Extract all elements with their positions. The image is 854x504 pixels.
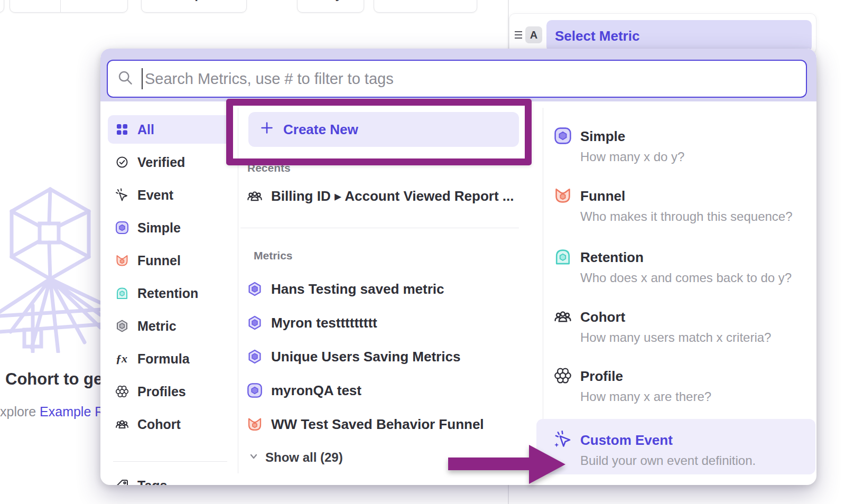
profiles-cluster-icon xyxy=(115,385,129,398)
range-12m-label: 12M xyxy=(23,0,48,2)
chevron-down-icon xyxy=(105,0,113,2)
metric-list-item[interactable]: Hans Testing saved metric xyxy=(247,281,444,297)
verified-badge-icon xyxy=(115,155,129,169)
sidebar-item-label: Profiles xyxy=(137,384,186,399)
retention-icon xyxy=(554,248,572,266)
retention-icon xyxy=(115,286,129,300)
simple-metric-icon xyxy=(247,382,263,398)
cohort-people-icon xyxy=(247,188,263,204)
sidebar-item-verified[interactable]: Verified xyxy=(108,148,233,176)
sidebar-item-label: Metric xyxy=(137,319,177,334)
sidebar-item-all[interactable]: All xyxy=(108,115,233,144)
svg-text:ƒx: ƒx xyxy=(116,352,127,365)
toolbar-button-fragment[interactable] xyxy=(0,0,4,13)
metric-list-item[interactable]: myronQA test xyxy=(247,382,361,399)
saved-metric-hexagon-icon xyxy=(247,349,263,365)
select-metric-button[interactable]: Select Metric xyxy=(546,20,812,52)
event-cursor-icon xyxy=(115,188,129,202)
show-all-button[interactable]: Show all (29) xyxy=(248,449,343,466)
metric-item-label: WW Test Saved Behavior Funnel xyxy=(271,416,484,433)
search-box[interactable] xyxy=(107,60,807,98)
sidebar-item-label: All xyxy=(137,122,154,137)
recents-metrics-divider xyxy=(240,228,519,228)
metric-list-item[interactable]: Unique Users Saving Metrics xyxy=(247,348,460,365)
chart-type-line-button[interactable]: Line xyxy=(374,0,477,13)
text-cursor xyxy=(142,68,143,89)
metric-type-title: Cohort xyxy=(580,307,771,326)
recents-section-label: Recents xyxy=(247,162,291,174)
metric-item-label: myronQA test xyxy=(271,382,361,399)
metric-list-item[interactable]: Myron testtttttttt xyxy=(247,314,377,331)
sidebar-item-event[interactable]: Event xyxy=(108,181,233,209)
create-new-label: Create New xyxy=(283,122,358,138)
metric-type-desc: Build your own event definition. xyxy=(580,453,756,469)
metric-type-title: Funnel xyxy=(580,186,793,206)
simple-metric-icon xyxy=(115,221,129,235)
background-illustration xyxy=(0,173,100,353)
sidebar-item-metric[interactable]: Metric xyxy=(108,312,233,340)
line-chart-icon xyxy=(401,0,416,4)
sidebar-item-formula[interactable]: ƒx Formula xyxy=(108,344,233,373)
search-icon xyxy=(117,70,133,88)
range-ytd-label: YTD xyxy=(75,0,100,2)
metric-type-funnel[interactable]: Funnel Who makes it through this sequenc… xyxy=(536,186,815,225)
sidebar-item-label: Event xyxy=(137,188,173,203)
compare-label: Compare xyxy=(166,0,221,2)
metric-type-title: Custom Event xyxy=(580,431,756,450)
sidebar-item-simple[interactable]: Simple xyxy=(108,213,233,242)
interval-day-label: Day xyxy=(319,0,342,2)
custom-event-icon xyxy=(554,431,572,449)
series-a-badge: A xyxy=(525,26,542,43)
explore-text: xplore xyxy=(0,404,40,419)
metric-type-cohort[interactable]: Cohort How many users match x criteria? xyxy=(536,307,815,346)
create-new-button[interactable]: Create New xyxy=(248,112,519,147)
sidebar-item-retention[interactable]: Retention xyxy=(108,279,233,307)
example-reports-link[interactable]: Example Re xyxy=(40,404,102,419)
cohort-people-icon xyxy=(554,307,572,325)
metric-list-item[interactable]: WW Test Saved Behavior Funnel xyxy=(247,416,484,433)
sidebar-item-tags[interactable]: Tags xyxy=(108,471,233,485)
sidebar-item-label: Cohort xyxy=(137,417,181,432)
sidebar-item-label: Simple xyxy=(137,220,181,236)
date-range-segmented-control: 12M YTD xyxy=(10,0,128,13)
empty-state-subtext: xplore Example Re xyxy=(0,404,102,419)
search-input[interactable] xyxy=(144,70,796,88)
sidebar-item-label: Formula xyxy=(137,351,190,367)
metric-type-retention[interactable]: Retention Who does x and comes back to d… xyxy=(536,248,815,286)
select-metric-label: Select Metric xyxy=(555,28,639,44)
metrics-section-label: Metrics xyxy=(254,249,293,262)
metric-type-desc: How many users match x criteria? xyxy=(580,330,771,346)
metric-type-simple[interactable]: Simple How many x do y? xyxy=(536,127,815,165)
metric-type-title: Profile xyxy=(580,367,711,386)
metric-type-desc: How many x are there? xyxy=(580,389,711,405)
formula-fx-icon: ƒx xyxy=(115,352,129,366)
sidebar-item-profiles[interactable]: Profiles xyxy=(108,377,233,406)
range-ytd-button[interactable]: YTD xyxy=(60,0,127,12)
sidebar-item-funnel[interactable]: Funnel xyxy=(108,246,233,275)
metric-item-label: Unique Users Saving Metrics xyxy=(271,349,460,365)
metric-type-custom-event[interactable]: Custom Event Build your own event defini… xyxy=(536,419,815,474)
interval-day-button[interactable]: Day xyxy=(297,0,364,13)
metric-picker-modal: All Verified Event Simple Funnel Retenti… xyxy=(100,49,816,485)
saved-metric-hexagon-icon xyxy=(247,281,263,297)
plus-icon xyxy=(260,121,274,138)
metric-type-desc: How many x do y? xyxy=(580,149,684,165)
empty-state-headline: Cohort to ge xyxy=(0,370,100,388)
metric-type-profile[interactable]: Profile How many x are there? xyxy=(536,367,815,405)
simple-metric-icon xyxy=(554,127,572,145)
empty-state-headline-clip: Cohort to ge xyxy=(0,370,100,389)
range-12m-button[interactable]: 12M xyxy=(10,0,60,12)
sidebar-item-label: Retention xyxy=(137,286,198,301)
chart-type-line-label: Line xyxy=(424,0,450,2)
compare-button[interactable]: Compare xyxy=(141,0,247,13)
chevron-down-icon xyxy=(248,450,259,465)
sidebar-item-label: Verified xyxy=(137,155,185,170)
metric-type-title: Retention xyxy=(580,248,792,267)
funnel-icon xyxy=(247,416,263,432)
funnel-icon xyxy=(554,186,572,204)
recent-item-billing[interactable]: Billing ID ▸ Account Viewed Report ... xyxy=(247,188,514,204)
sidebar-item-cohort[interactable]: Cohort xyxy=(108,410,233,438)
funnel-icon xyxy=(115,254,129,267)
drag-handle-icon[interactable] xyxy=(514,30,523,42)
grid-icon xyxy=(115,123,129,136)
